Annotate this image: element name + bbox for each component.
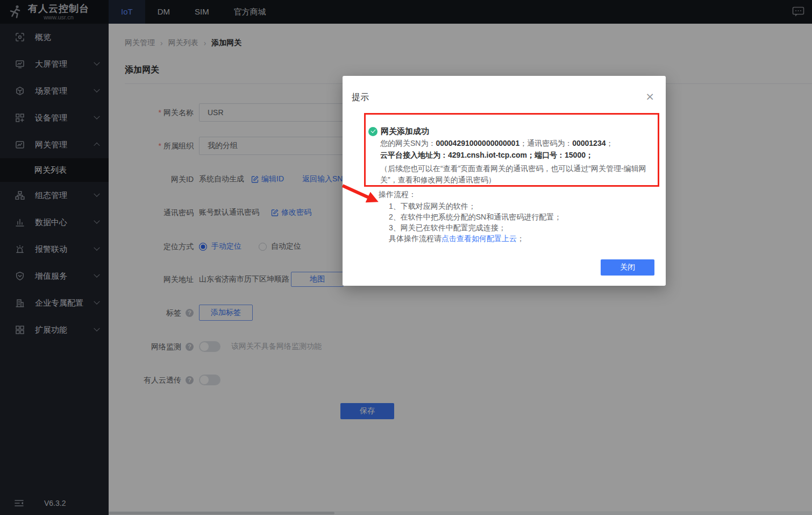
success-title: 网关添加成功 bbox=[381, 126, 429, 137]
flow-steps: 1、下载对应网关的软件； 2、在软件中把系统分配的SN和通讯密码进行配置； 3、… bbox=[389, 201, 561, 244]
how-to-configure-link[interactable]: 点击查看如何配置上云 bbox=[441, 233, 517, 244]
dialog-title: 提示 bbox=[352, 92, 369, 103]
note-line: （后续您也可以在“查看”页面查看网关的通讯密码，也可以通过“网关管理-编辑网关”… bbox=[380, 163, 652, 186]
flow-step: 3、网关已在软件中配置完成连接； bbox=[389, 222, 561, 233]
password-value: 00001234 bbox=[572, 139, 606, 147]
flow-step: 2、在软件中把系统分配的SN和通讯密码进行配置； bbox=[389, 211, 561, 222]
close-icon[interactable]: × bbox=[645, 91, 654, 102]
flow-title: 操作流程： bbox=[379, 190, 416, 200]
flow-step: 1、下载对应网关的软件； bbox=[389, 201, 561, 211]
screen: 有人云控制台 www.usr.cn IoT DM SIM 官方商城 bbox=[0, 0, 812, 515]
close-button[interactable]: 关闭 bbox=[601, 259, 654, 276]
sn-password-line: 您的网关SN为：00004291000000000001；通讯密码为：00001… bbox=[380, 139, 613, 149]
tip-dialog: 提示 × 网关添加成功 您的网关SN为：00004291000000000001… bbox=[343, 76, 666, 286]
sn-value: 00004291000000000001 bbox=[436, 139, 519, 147]
success-check-icon bbox=[368, 127, 377, 136]
platform-address-line: 云平台接入地址为：4291.cnsh.iot-tcp.com；端口号：15000… bbox=[380, 151, 593, 160]
